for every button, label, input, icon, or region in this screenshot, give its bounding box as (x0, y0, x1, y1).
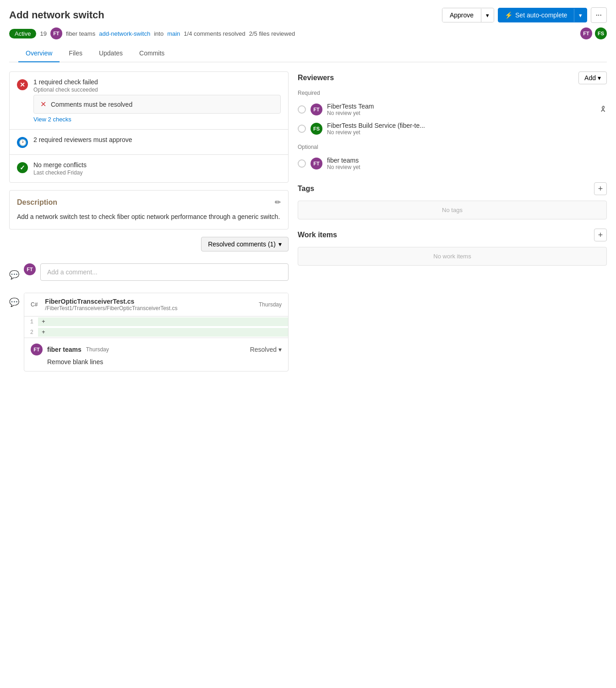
comment-author-avatar: FT (24, 263, 36, 275)
thread-author-name: fiber teams (47, 346, 82, 353)
reviewer-ribbon-ft: 🎗 (600, 105, 607, 114)
thread-date: Thursday (86, 346, 109, 353)
file-name: FiberOpticTransceiverTest.cs (45, 298, 177, 305)
reviewer-item-fs: FS FiberTests Build Service (fiber-te...… (298, 119, 607, 138)
branch-from-link[interactable]: add-network-switch (99, 30, 150, 37)
code-line-1: 1 + (24, 317, 288, 327)
resolved-badge[interactable]: Resolved ▾ (250, 346, 282, 353)
inner-check-text: Comments must be resolved (51, 101, 132, 108)
comment-body: Remove blank lines (31, 358, 282, 366)
repo-label: fiber teams (66, 30, 95, 37)
approve-dropdown-button[interactable]: ▾ (481, 9, 494, 22)
add-work-item-button[interactable]: + (594, 229, 607, 241)
view-checks-link[interactable]: View 2 checks (33, 116, 71, 123)
nav-tabs: Overview Files Updates Commits (9, 45, 607, 62)
page-header: Add network switch Approve ▾ ⚡ Set auto-… (0, 0, 616, 62)
check-content-reviewers: 2 required reviewers must approve (33, 136, 281, 144)
reviewer-info-fs: FiberTests Build Service (fiber-te... No… (327, 122, 425, 136)
reviewer-radio-fs[interactable] (298, 125, 306, 133)
file-comment-card: C# FiberOpticTransceiverTest.cs /FiberTe… (24, 293, 289, 371)
tab-overview[interactable]: Overview (18, 45, 60, 62)
resolved-comments-label: Resolved comments (1) (208, 240, 276, 248)
required-label: Required (298, 90, 607, 96)
autocomplete-button-group[interactable]: ⚡ Set auto-complete ▾ (498, 8, 587, 22)
pr-number: 19 (40, 30, 46, 37)
reviewer-info-ft: FiberTests Team No review yet (327, 103, 374, 116)
no-work-items-text: No work items (298, 247, 607, 266)
file-date: Thursday (259, 301, 282, 308)
reviewer-name-optional-ft: fiber teams (327, 157, 360, 164)
reviewer-info-optional-ft: fiber teams No review yet (327, 157, 360, 170)
thread-author-avatar: FT (31, 344, 43, 355)
description-header: Description ✏ (17, 198, 281, 207)
comment-input-row: 💬 FT Add a comment... (9, 259, 289, 285)
reviewer-status-ft: No review yet (327, 110, 374, 116)
reviewer-radio-optional-ft[interactable] (298, 159, 306, 168)
main-content: ✕ 1 required check failed Optional check… (0, 62, 616, 379)
more-options-button[interactable]: ··· (591, 7, 607, 23)
approve-main-button[interactable]: Approve (442, 8, 481, 22)
add-reviewer-button[interactable]: Add ▾ (578, 71, 607, 84)
check-title-conflicts: No merge conflicts (33, 161, 281, 169)
tab-updates[interactable]: Updates (92, 45, 130, 62)
tags-section: Tags + No tags (298, 182, 607, 219)
check-content-conflicts: No merge conflicts Last checked Friday (33, 161, 281, 176)
reviewer-name-fs: FiberTests Build Service (fiber-te... (327, 122, 425, 129)
description-edit-button[interactable]: ✏ (275, 198, 281, 207)
left-panel: ✕ 1 required check failed Optional check… (9, 71, 289, 379)
success-icon: ✓ (17, 162, 28, 173)
approve-button-group[interactable]: Approve ▾ (442, 8, 494, 22)
comment-bubble-icon: 💬 (9, 270, 19, 280)
optional-label: Optional (298, 144, 607, 150)
author-avatar: FT (50, 27, 62, 39)
reviewer-avatar-ft: FT (311, 104, 322, 115)
check-item-reviewers: 🕐 2 required reviewers must approve (10, 130, 288, 155)
reviewer-status-optional-ft: No review yet (327, 164, 360, 170)
code-line-2: 2 + (24, 327, 288, 338)
tags-title: Tags (298, 185, 314, 193)
right-panel: Reviewers Add ▾ Required FT FiberTests T… (298, 71, 607, 379)
file-path: /FiberTest1/Transceivers/FiberOpticTrans… (45, 305, 177, 311)
autocomplete-main-button[interactable]: ⚡ Set auto-complete (498, 8, 574, 22)
no-tags-text: No tags (298, 201, 607, 219)
comments-resolved: 1/4 comments resolved (184, 30, 245, 37)
pr-title-row: Add network switch Approve ▾ ⚡ Set auto-… (9, 7, 607, 23)
reviewers-section: Reviewers Add ▾ Required FT FiberTests T… (298, 71, 607, 173)
file-name-path: FiberOpticTransceiverTest.cs /FiberTest1… (45, 298, 177, 311)
resolved-comments-chevron: ▾ (278, 240, 282, 248)
resolved-chevron: ▾ (278, 346, 282, 353)
check-subtitle-failed: Optional check succeeded (33, 87, 281, 93)
file-lang-badge: C# (31, 301, 38, 308)
work-items-title: Work items (298, 231, 337, 239)
avatar-fs-right: FS (595, 27, 607, 39)
autocomplete-dropdown-button[interactable]: ▾ (574, 9, 587, 22)
comment-input[interactable]: Add a comment... (40, 263, 289, 281)
branch-into-link[interactable]: main (167, 30, 180, 37)
pr-title: Add network switch (9, 9, 104, 21)
file-header: C# FiberOpticTransceiverTest.cs /FiberTe… (24, 293, 288, 317)
file-comment-row: 💬 C# FiberOpticTransceiverTest.cs /Fiber… (9, 293, 289, 379)
add-reviewer-chevron: ▾ (598, 74, 601, 82)
description-text: Add a network switch test to check fiber… (17, 212, 281, 222)
checks-card: ✕ 1 required check failed Optional check… (9, 71, 289, 183)
reviewers-header: Reviewers Add ▾ (298, 71, 607, 84)
tab-files[interactable]: Files (61, 45, 90, 62)
add-tag-button[interactable]: + (594, 182, 607, 195)
autocomplete-icon: ⚡ (505, 11, 512, 19)
resolved-comments-bar: Resolved comments (1) ▾ (9, 237, 289, 251)
pr-meta: Active 19 FT fiber teams add-network-swi… (9, 27, 607, 39)
check-content-failed: 1 required check failed Optional check s… (33, 78, 281, 123)
tab-commits[interactable]: Commits (132, 45, 172, 62)
reviewer-radio-ft[interactable] (298, 105, 306, 114)
file-info: C# FiberOpticTransceiverTest.cs /FiberTe… (31, 298, 178, 311)
header-actions: Approve ▾ ⚡ Set auto-complete ▾ ··· (442, 7, 607, 23)
check-item-conflicts: ✓ No merge conflicts Last checked Friday (10, 155, 288, 182)
reviewer-item-ft: FT FiberTests Team No review yet 🎗 (298, 100, 607, 119)
error-icon: ✕ (17, 79, 28, 90)
code-block: 1 + 2 + (24, 317, 288, 338)
work-items-section: Work items + No work items (298, 229, 607, 266)
check-item-failed: ✕ 1 required check failed Optional check… (10, 72, 288, 130)
comment-author-row: FT fiber teams Thursday Resolved ▾ (31, 344, 282, 355)
resolved-comments-button[interactable]: Resolved comments (1) ▾ (201, 237, 289, 251)
status-badge: Active (9, 29, 36, 38)
